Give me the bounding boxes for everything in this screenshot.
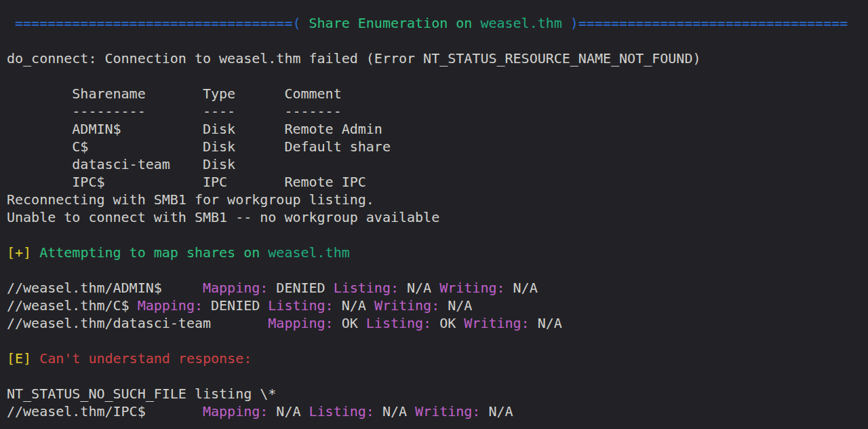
text-segment: Mapping: xyxy=(138,297,211,314)
text-segment: [E] xyxy=(7,350,39,367)
text-segment: DENIED xyxy=(211,297,268,314)
text-segment: OK xyxy=(342,315,366,331)
terminal-window[interactable]: ==================================( Shar… xyxy=(0,0,868,429)
text-segment: weasel.thm xyxy=(480,15,561,31)
terminal-line: Sharename Type Comment xyxy=(7,85,863,102)
text-segment: N/A xyxy=(513,280,538,296)
terminal-line xyxy=(7,367,863,385)
text-segment: N/A xyxy=(342,297,374,314)
text-segment: do_connect: Connection to weasel.thm fai… xyxy=(7,50,701,67)
text-segment: Listing: xyxy=(366,315,439,331)
text-segment: Writing: xyxy=(439,280,513,296)
text-segment: Unable to connect with SMB1 -- no workgr… xyxy=(7,209,439,225)
text-segment: Writing: xyxy=(374,297,448,314)
text-segment: C$ Disk Default share xyxy=(7,138,391,155)
text-segment: N/A xyxy=(448,297,472,314)
terminal-line: [+] Attempting to map shares on weasel.t… xyxy=(7,244,863,261)
terminal-line xyxy=(7,332,863,350)
text-segment: IPC$ IPC Remote IPC xyxy=(7,174,366,190)
text-segment: ==================================( xyxy=(7,15,300,31)
terminal-line xyxy=(7,226,863,244)
terminal-output: ==================================( Shar… xyxy=(7,14,863,420)
text-segment: N/A xyxy=(407,280,439,296)
text-segment: [+] xyxy=(7,244,39,261)
terminal-line xyxy=(7,32,863,50)
text-segment: Mapping: xyxy=(203,403,276,419)
text-segment: Share Enumeration on xyxy=(300,15,480,31)
text-segment: Mapping: xyxy=(203,280,276,296)
terminal-line: //weasel.thm/IPC$ Mapping: N/A Listing: … xyxy=(7,403,863,420)
terminal-line: //weasel.thm/ADMIN$ Mapping: DENIED List… xyxy=(7,279,863,297)
terminal-line: //weasel.thm/datasci-team Mapping: OK Li… xyxy=(7,314,863,332)
text-segment: N/A xyxy=(382,403,415,419)
text-segment: Writing: xyxy=(415,403,488,419)
text-segment: Reconnecting with SMB1 for workgroup lis… xyxy=(7,191,374,208)
terminal-line: //weasel.thm/C$ Mapping: DENIED Listing:… xyxy=(7,297,863,314)
text-segment: N/A xyxy=(488,403,513,419)
text-segment: //weasel.thm/ADMIN$ xyxy=(7,280,203,296)
text-segment: Attempting to map shares on xyxy=(39,244,268,261)
terminal-line: [E] Can't understand response: xyxy=(7,350,863,367)
terminal-line: datasci-team Disk xyxy=(7,155,863,173)
terminal-line: C$ Disk Default share xyxy=(7,138,863,155)
text-segment: Mapping: xyxy=(268,315,341,331)
text-segment: //weasel.thm/C$ xyxy=(7,297,138,314)
terminal-line: Unable to connect with SMB1 -- no workgr… xyxy=(7,208,863,226)
text-segment: Listing: xyxy=(268,297,341,314)
text-segment: OK xyxy=(439,315,464,331)
text-segment: N/A xyxy=(538,315,562,331)
text-segment: //weasel.thm/IPC$ xyxy=(7,403,203,419)
text-segment: N/A xyxy=(276,403,309,419)
terminal-line: Reconnecting with SMB1 for workgroup lis… xyxy=(7,191,863,208)
text-segment: //weasel.thm/datasci-team xyxy=(7,315,268,331)
text-segment: ADMIN$ Disk Remote Admin xyxy=(7,121,382,137)
text-segment: Listing: xyxy=(334,280,407,296)
text-segment: Sharename Type Comment xyxy=(7,86,342,102)
text-segment: Can't understand response: xyxy=(39,350,252,367)
text-segment: datasci-team Disk xyxy=(7,156,284,172)
terminal-line xyxy=(7,261,863,279)
terminal-line: IPC$ IPC Remote IPC xyxy=(7,173,863,191)
text-segment: )================================= xyxy=(570,15,848,31)
terminal-line: do_connect: Connection to weasel.thm fai… xyxy=(7,50,863,67)
text-segment: NT_STATUS_NO_SUCH_FILE listing \* xyxy=(7,386,276,402)
text-segment: weasel.thm xyxy=(268,244,349,261)
terminal-line: NT_STATUS_NO_SUCH_FILE listing \* xyxy=(7,385,863,403)
text-segment: DENIED xyxy=(276,280,333,296)
terminal-line: --------- ---- ------- xyxy=(7,102,863,120)
terminal-line xyxy=(7,67,863,85)
text-segment: Writing: xyxy=(464,315,537,331)
text-segment xyxy=(562,15,570,31)
text-segment: --------- ---- ------- xyxy=(7,103,342,119)
terminal-line: ADMIN$ Disk Remote Admin xyxy=(7,120,863,138)
terminal-line: ==================================( Shar… xyxy=(7,14,863,32)
text-segment: Listing: xyxy=(309,403,382,419)
